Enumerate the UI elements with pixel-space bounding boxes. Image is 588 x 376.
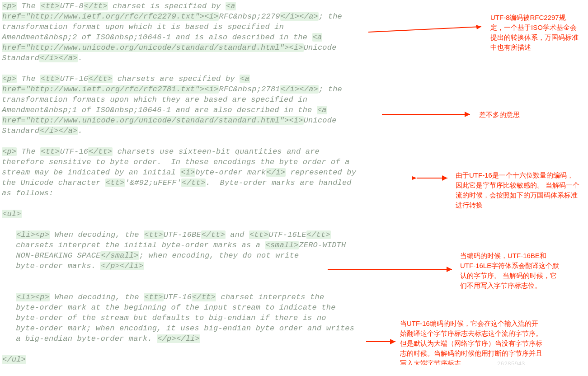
tag-small-close: </small> — [100, 251, 139, 260]
tag-li-p: <li><p> — [16, 293, 50, 301]
arrow-3 — [411, 174, 452, 182]
tag-tt-close: </tt> — [306, 230, 331, 239]
tag-i-close: </i> — [266, 168, 286, 177]
tag-tt: <tt> — [144, 293, 164, 301]
tag-a: <a — [240, 75, 250, 83]
watermark-text: 26285943 — [497, 360, 525, 365]
tag-a-href: href="http://www.ietf.org/rfc/rfc2781.tx… — [2, 85, 219, 94]
code-text-block: <p> The <tt>UTF-8</tt> charset is specif… — [0, 0, 395, 365]
tag-a: <a — [226, 2, 236, 10]
tag-p: <p> — [2, 75, 17, 83]
tag-tt: <tt> — [40, 2, 60, 10]
tag-a-href: href="http://www.ietf.org/rfc/rfc2279.tx… — [2, 12, 219, 21]
annotation-1: UTF-8编码被RFC2297规定，一个基于ISO学术基金会提出的转换体系，万国… — [490, 13, 579, 52]
tag-small: <small> — [265, 241, 299, 249]
tag-tt-close: </tt> — [181, 179, 206, 187]
tag-tt-close: </tt> — [84, 2, 108, 10]
tag-tt: <tt> — [105, 179, 125, 187]
annotation-5: 当UTF-16编码的时候，它会在这个输入流的开始翻译这个字节序标志去标志这个流的… — [400, 319, 542, 365]
tag-a: <a — [312, 33, 323, 42]
annotation-4: 当编码的时候，UTF-16BE和UTF-16LE字符体系会翻译这个默认的字节序。… — [460, 251, 560, 291]
tag-ul: <ul> — [2, 210, 22, 218]
annotation-3: 由于UTF-16是一个十六位数量的编码，因此它是字节序比较敏感的。 当解码一个流… — [456, 170, 580, 210]
tag-i-a-close: </i></a> — [39, 127, 78, 135]
tag-i-a-close: </i></a> — [39, 54, 78, 62]
tag-tt-close: </tt> — [88, 75, 113, 83]
tag-tt: <tt> — [40, 147, 60, 156]
tag-p: <p> — [2, 2, 17, 10]
tag-i-a-close: </i></a> — [280, 85, 319, 94]
tag-tt: <tt> — [40, 75, 60, 83]
annotation-2: 差不多的意思 — [479, 110, 569, 120]
tag-p: <p> — [2, 147, 17, 156]
tag-p-li-close: </p></li> — [157, 334, 200, 343]
tag-i: <i> — [180, 168, 195, 177]
tag-i-a-close: </i></a> — [280, 12, 319, 21]
tag-ul-close: </ul> — [2, 355, 26, 364]
svg-marker-1 — [476, 25, 481, 29]
tag-p-li-close: </p></li> — [100, 262, 144, 270]
tag-a-href: href="http://www.unicode.org/unicode/sta… — [2, 43, 304, 52]
svg-marker-8 — [447, 267, 452, 272]
svg-marker-3 — [465, 112, 470, 117]
tag-a-href: href="http://www.unicode.org/unicode/sta… — [2, 116, 304, 125]
tag-tt: <tt> — [144, 230, 164, 239]
tag-tt-close: </tt> — [88, 147, 113, 156]
svg-marker-6 — [412, 176, 417, 180]
svg-marker-5 — [442, 175, 447, 181]
tag-li-p: <li><p> — [16, 230, 50, 239]
tag-tt: <tt> — [249, 230, 269, 239]
tag-tt-close: </tt> — [192, 293, 216, 301]
tag-tt-close: </tt> — [201, 230, 226, 239]
tag-a: <a — [317, 106, 327, 114]
